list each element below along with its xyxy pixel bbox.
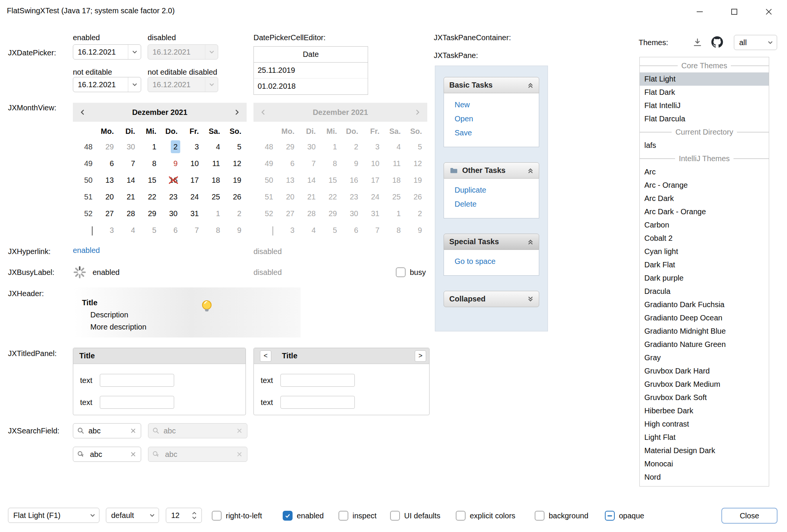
calendar-day[interactable]: 9 bbox=[225, 222, 247, 239]
calendar-day[interactable]: 29 bbox=[140, 205, 162, 222]
theme-item[interactable]: Dark purple bbox=[640, 271, 769, 285]
calendar-day[interactable]: 7 bbox=[183, 222, 204, 239]
checkbox-box[interactable] bbox=[390, 511, 400, 521]
table-row[interactable]: 01.02.2018 bbox=[254, 78, 368, 94]
calendar-day[interactable]: 8 bbox=[140, 155, 162, 172]
theme-item[interactable]: Cyan light bbox=[640, 245, 769, 258]
datepicker-not-editable[interactable]: 16.12.2021 bbox=[73, 77, 141, 92]
calendar-day[interactable]: 1 bbox=[204, 205, 225, 222]
checkbox-box[interactable] bbox=[456, 511, 466, 521]
font-combo[interactable]: default bbox=[106, 508, 159, 523]
calendar-day[interactable]: 23 bbox=[162, 188, 183, 205]
calendar-day[interactable]: 10 bbox=[183, 155, 204, 172]
checkbox-enabled[interactable]: enabled bbox=[283, 508, 324, 523]
calendar-day[interactable]: 18 bbox=[204, 172, 225, 188]
double-chevron-up-icon[interactable] bbox=[527, 82, 534, 89]
calendar-day[interactable]: 5 bbox=[140, 222, 162, 239]
checkbox-box[interactable] bbox=[396, 267, 406, 277]
clear-icon[interactable] bbox=[130, 451, 136, 457]
theme-item[interactable]: Material Design Dark bbox=[640, 444, 769, 457]
checkbox-ui-defaults[interactable]: UI defaults bbox=[390, 508, 441, 523]
calendar-day[interactable]: 9 bbox=[162, 155, 183, 172]
theme-item[interactable]: Gruvbox Dark Hard bbox=[640, 364, 769, 378]
calendar-day[interactable]: 6 bbox=[98, 155, 119, 172]
theme-item[interactable]: Flat Light bbox=[640, 72, 769, 86]
checkbox-inspect[interactable]: inspect bbox=[338, 508, 376, 523]
theme-item[interactable]: Flat Darcula bbox=[640, 112, 769, 126]
taskpane-header-special-tasks[interactable]: Special Tasks bbox=[444, 234, 539, 250]
taskpane-link-open[interactable]: Open bbox=[455, 112, 539, 126]
calendar-day[interactable]: 1 bbox=[140, 138, 162, 155]
close-window-button[interactable] bbox=[757, 3, 781, 20]
taskpane-link-save[interactable]: Save bbox=[455, 126, 539, 140]
theme-item[interactable]: Gray bbox=[640, 351, 769, 364]
double-chevron-up-icon[interactable] bbox=[527, 238, 534, 246]
search-icon[interactable] bbox=[77, 427, 85, 435]
theme-item[interactable]: Hiberbee Dark bbox=[640, 404, 769, 417]
search-menu-icon[interactable] bbox=[77, 450, 86, 458]
chevron-down-icon[interactable] bbox=[128, 45, 141, 59]
search-value[interactable]: abc bbox=[90, 450, 130, 459]
chevron-down-icon[interactable] bbox=[128, 77, 141, 92]
font-size-spinner[interactable]: 12 bbox=[166, 508, 202, 523]
theme-item[interactable]: Arc Dark - Orange bbox=[640, 205, 769, 218]
calendar-day[interactable]: 2 bbox=[225, 205, 247, 222]
theme-item[interactable]: Dracula bbox=[640, 285, 769, 298]
calendar-day[interactable]: 12 bbox=[225, 155, 247, 172]
search-field-enabled[interactable]: abc bbox=[73, 423, 141, 438]
spinner-up-icon[interactable] bbox=[191, 512, 197, 515]
calendar-day[interactable]: 8 bbox=[204, 222, 225, 239]
taskpane-header-collapsed[interactable]: Collapsed bbox=[444, 291, 539, 307]
checkbox-box[interactable] bbox=[605, 511, 615, 521]
taskpane-link-new[interactable]: New bbox=[455, 98, 539, 112]
theme-item[interactable]: Flat Dark bbox=[640, 86, 769, 99]
download-icon[interactable] bbox=[692, 37, 703, 48]
checkbox-busy[interactable]: busy bbox=[396, 265, 426, 280]
calendar-day[interactable]: 29 bbox=[98, 138, 119, 155]
theme-item[interactable]: Gradianto Midnight Blue bbox=[640, 325, 769, 338]
hyperlink-enabled[interactable]: enabled bbox=[73, 246, 100, 255]
date-value[interactable]: 16.12.2021 bbox=[73, 48, 128, 56]
theme-item[interactable]: Gruvbox Dark Medium bbox=[640, 378, 769, 391]
double-chevron-up-icon[interactable] bbox=[527, 167, 534, 174]
theme-item[interactable]: Arc bbox=[640, 165, 769, 179]
calendar-day[interactable]: 27 bbox=[98, 205, 119, 222]
calendar-day[interactable]: 6 bbox=[162, 222, 183, 239]
calendar-day[interactable]: 11 bbox=[204, 155, 225, 172]
calendar-day[interactable]: 13 bbox=[98, 172, 119, 188]
table-row[interactable]: 25.11.2019 bbox=[254, 63, 368, 78]
theme-item[interactable]: Light Flat bbox=[640, 431, 769, 444]
text-input[interactable] bbox=[280, 396, 355, 409]
double-chevron-down-icon[interactable] bbox=[527, 295, 534, 303]
calendar-day[interactable]: 16 bbox=[162, 172, 183, 188]
theme-item[interactable]: High contrast bbox=[640, 417, 769, 431]
theme-item[interactable]: lafs bbox=[640, 139, 769, 152]
text-input[interactable] bbox=[280, 374, 355, 387]
theme-item[interactable]: Monocai bbox=[640, 457, 769, 471]
datepicker-enabled[interactable]: 16.12.2021 bbox=[73, 44, 141, 60]
calendar-day[interactable]: 4 bbox=[204, 138, 225, 155]
calendar-day[interactable]: 3 bbox=[98, 222, 119, 239]
calendar-day[interactable]: 17 bbox=[183, 172, 204, 188]
taskpane-link-go-to-space[interactable]: Go to space bbox=[455, 254, 539, 268]
calendar-day[interactable]: 30 bbox=[162, 205, 183, 222]
taskpane-header-basic-tasks[interactable]: Basic Tasks bbox=[444, 77, 539, 93]
minimize-button[interactable] bbox=[688, 3, 712, 20]
github-icon[interactable] bbox=[711, 36, 723, 48]
calendar-day[interactable]: 22 bbox=[140, 188, 162, 205]
calendar-day[interactable]: 31 bbox=[183, 205, 204, 222]
calendar-day[interactable]: 21 bbox=[119, 188, 140, 205]
calendar-day[interactable]: 2 bbox=[162, 138, 183, 155]
theme-item[interactable]: Dark Flat bbox=[640, 258, 769, 271]
calendar-day[interactable]: 3 bbox=[183, 138, 204, 155]
theme-item[interactable]: Carbon bbox=[640, 218, 769, 232]
panel-right-button[interactable]: > bbox=[415, 350, 426, 362]
calendar-day[interactable]: 24 bbox=[183, 188, 204, 205]
taskpane-link-delete[interactable]: Delete bbox=[455, 197, 539, 211]
theme-filter-combo[interactable]: all bbox=[734, 35, 777, 50]
theme-item[interactable]: Arc - Orange bbox=[640, 179, 769, 192]
search-field-with-menu-enabled[interactable]: abc bbox=[73, 447, 141, 462]
theme-item[interactable]: Arc Dark bbox=[640, 192, 769, 205]
theme-item[interactable]: Nord bbox=[640, 471, 769, 484]
checkbox-box[interactable] bbox=[535, 511, 545, 521]
